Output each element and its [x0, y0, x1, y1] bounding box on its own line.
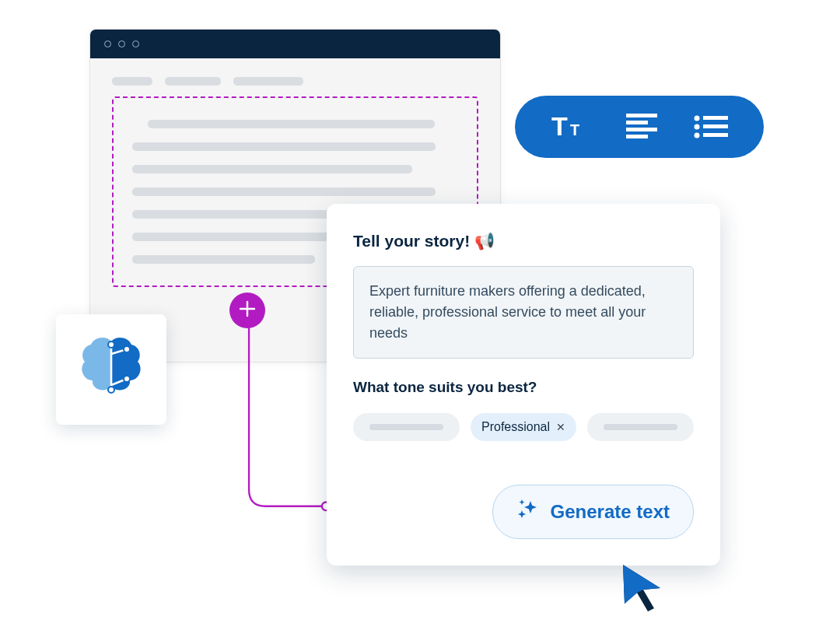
- text-line-placeholder: [132, 165, 412, 173]
- align-icon[interactable]: [626, 114, 657, 140]
- formatting-toolbar: T T: [515, 96, 764, 158]
- panel-title: Tell your story! 📢: [353, 232, 694, 250]
- text-line-placeholder: [132, 187, 436, 196]
- window-dot: [132, 40, 139, 47]
- svg-rect-11: [703, 133, 728, 137]
- tabs-row: [90, 58, 500, 90]
- svg-point-16: [124, 346, 130, 352]
- tab-placeholder: [112, 77, 152, 86]
- text-line-placeholder: [132, 142, 436, 151]
- story-input[interactable]: Expert furniture makers offering a dedic…: [353, 266, 694, 359]
- add-block-button[interactable]: [229, 292, 265, 328]
- generate-button-label: Generate text: [551, 501, 670, 523]
- list-icon[interactable]: [694, 115, 728, 138]
- svg-point-15: [108, 342, 114, 348]
- svg-rect-2: [626, 114, 657, 117]
- svg-text:T: T: [551, 112, 568, 141]
- text-line-placeholder: [132, 210, 348, 219]
- text-line-placeholder: [132, 255, 315, 264]
- ai-brain-card: [56, 314, 166, 425]
- tone-chip-label: Professional: [481, 420, 550, 434]
- window-controls: [104, 40, 139, 47]
- text-line-placeholder: [148, 120, 435, 128]
- ai-story-panel: Tell your story! 📢 Expert furniture make…: [327, 204, 720, 566]
- tone-chip-row: Professional ✕: [353, 413, 694, 441]
- svg-rect-3: [626, 121, 648, 124]
- browser-titlebar: [90, 30, 500, 58]
- svg-rect-5: [626, 135, 648, 138]
- sparkle-icon: [516, 498, 540, 526]
- svg-point-6: [694, 116, 699, 121]
- tab-placeholder: [165, 77, 221, 86]
- ai-brain-icon: [75, 332, 147, 407]
- svg-text:T: T: [570, 121, 579, 138]
- svg-rect-10: [703, 124, 728, 128]
- text-size-icon[interactable]: T T: [551, 112, 590, 142]
- tab-placeholder: [233, 77, 303, 86]
- chip-remove-icon[interactable]: ✕: [556, 421, 565, 433]
- svg-point-8: [694, 133, 699, 138]
- window-dot: [118, 40, 125, 47]
- svg-rect-4: [626, 128, 657, 131]
- generate-text-button[interactable]: Generate text: [492, 485, 694, 539]
- tone-question-label: What tone suits you best?: [353, 379, 694, 396]
- svg-rect-9: [703, 116, 728, 120]
- tone-chip-placeholder[interactable]: [587, 413, 694, 441]
- window-dot: [104, 40, 111, 47]
- svg-point-7: [694, 124, 699, 130]
- plus-icon: [239, 300, 256, 321]
- cursor-arrow-icon: [618, 562, 668, 615]
- tone-chip-selected[interactable]: Professional ✕: [471, 413, 576, 441]
- tone-chip-placeholder[interactable]: [353, 413, 460, 441]
- svg-point-18: [108, 387, 114, 393]
- svg-point-17: [124, 376, 130, 382]
